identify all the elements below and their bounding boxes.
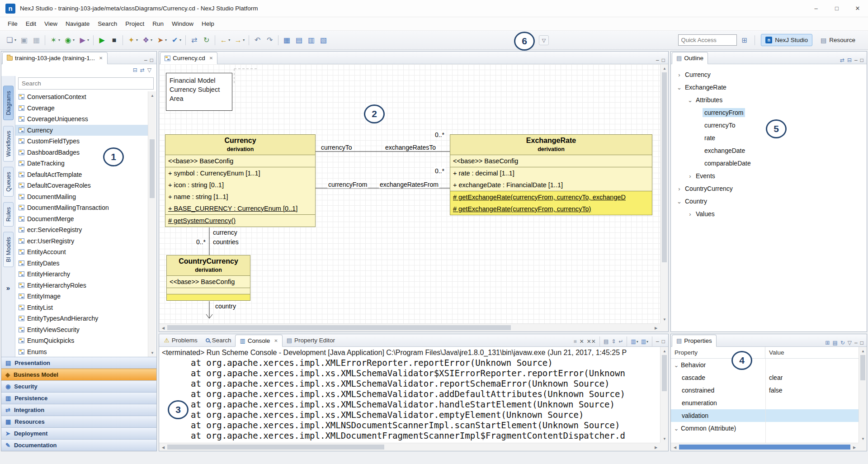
close-tab-icon[interactable]: ✕ bbox=[99, 56, 103, 61]
debug-icon[interactable]: ✶▾ bbox=[48, 34, 61, 47]
maximize-view-icon[interactable]: □ bbox=[149, 57, 154, 64]
terminate-icon[interactable]: ■ bbox=[108, 34, 120, 47]
scroll-left-icon[interactable]: ◀ bbox=[671, 443, 679, 451]
toolbar-overflow-button[interactable]: ▽ bbox=[539, 35, 549, 45]
class-operation[interactable]: # getExchangeRate(currencyFrom, currency… bbox=[450, 203, 652, 215]
perspective-resource[interactable]: ▤ Resource bbox=[816, 34, 860, 46]
diagram-canvas[interactable]: Financial Model Currency Subject Area Cu… bbox=[159, 64, 660, 323]
filter-icon[interactable]: ▤ bbox=[831, 339, 838, 346]
model-list-item[interactable]: Currency bbox=[15, 125, 156, 136]
scrollbar-thumb[interactable] bbox=[662, 355, 667, 391]
assoc-label-currencyfrom[interactable]: currencyFrom bbox=[327, 181, 368, 188]
class-attribute[interactable]: + rate : decimal [1..1] bbox=[450, 167, 652, 179]
model-search-input[interactable] bbox=[18, 77, 154, 90]
menu-view[interactable]: View bbox=[40, 17, 61, 30]
multiplicity-label[interactable]: 0..* bbox=[434, 131, 445, 138]
save-all-icon[interactable]: ▦ bbox=[31, 34, 42, 47]
link-with-editor-icon[interactable]: ⇄ bbox=[839, 57, 845, 64]
scroll-up-icon[interactable]: ▲ bbox=[148, 91, 156, 99]
properties-horizontal-scrollbar[interactable]: ◀ ▶ bbox=[671, 443, 859, 451]
layer-tab-workflows[interactable]: Workflows bbox=[3, 126, 14, 161]
property-row[interactable]: constrainedfalse bbox=[671, 384, 859, 397]
model-list-item[interactable]: Coverage bbox=[15, 103, 156, 114]
collapse-all-icon[interactable]: ⊟ bbox=[132, 66, 138, 74]
scrollbar-thumb[interactable] bbox=[679, 445, 850, 450]
outline-item[interactable]: ⌄Attributes bbox=[671, 94, 867, 106]
tab-properties[interactable]: ▤ Properties bbox=[672, 335, 717, 347]
model-list-item[interactable]: EntityTypesAndHierarchy bbox=[15, 313, 156, 324]
scrollbar-thumb[interactable] bbox=[150, 139, 155, 198]
minimize-window-button[interactable]: – bbox=[806, 0, 826, 17]
publish-icon[interactable]: ➤▾ bbox=[155, 34, 168, 47]
menu-navigate[interactable]: Navigate bbox=[61, 17, 94, 30]
save-icon[interactable]: ▣ bbox=[19, 34, 30, 47]
multiplicity-label[interactable]: 0..* bbox=[434, 167, 445, 175]
model-list-item[interactable]: EntityViewSecurity bbox=[15, 324, 156, 336]
scroll-up-icon[interactable]: ▲ bbox=[660, 347, 669, 355]
scroll-left-icon[interactable]: ◀ bbox=[159, 443, 167, 451]
layer-section-business-model[interactable]: ◆Business Model bbox=[1, 369, 156, 380]
menu-window[interactable]: Window bbox=[168, 17, 198, 30]
maximize-window-button[interactable]: □ bbox=[826, 0, 847, 17]
outline-item[interactable]: ⌄Country bbox=[671, 195, 867, 208]
model-list-item[interactable]: EntityList bbox=[15, 302, 156, 313]
minimize-view-icon[interactable]: – bbox=[854, 57, 859, 64]
word-wrap-icon[interactable]: ↵ bbox=[618, 338, 624, 345]
tab-search[interactable]: Search bbox=[202, 334, 236, 346]
new-class-icon[interactable]: ❖▾ bbox=[140, 34, 154, 47]
external-tools-icon[interactable]: ▶▾ bbox=[77, 34, 90, 47]
scroll-left-icon[interactable]: ◀ bbox=[159, 324, 167, 332]
class-operation[interactable]: # getSystemCurrency() bbox=[165, 215, 315, 227]
menu-run[interactable]: Run bbox=[148, 17, 168, 30]
outline-item[interactable]: exchangeDate bbox=[671, 144, 867, 157]
menu-file[interactable]: File bbox=[4, 17, 22, 30]
layer-section-security[interactable]: ◉Security bbox=[1, 380, 156, 392]
class-attribute[interactable]: + icon : string [0..1] bbox=[165, 179, 315, 191]
assoc-label-exchangeratesto[interactable]: exchangeRatesTo bbox=[384, 144, 437, 151]
close-window-button[interactable]: ✕ bbox=[847, 0, 868, 17]
minimize-view-icon[interactable]: – bbox=[655, 338, 660, 345]
open-console-icon[interactable]: ▥▾ bbox=[640, 338, 649, 345]
model-list-item[interactable]: EntityAccount bbox=[15, 246, 156, 258]
assoc-label-exchangeratesfrom[interactable]: exchangeRatesFrom bbox=[379, 181, 439, 188]
console-vertical-scrollbar[interactable]: ▲ ▼ bbox=[660, 347, 668, 443]
tab-console[interactable]: ▥ Console ✕ bbox=[235, 335, 282, 347]
model-list-item[interactable]: Enums bbox=[15, 346, 156, 357]
tab-model-explorer[interactable]: training-103-jade (training-1... ✕ bbox=[2, 52, 108, 64]
scroll-down-icon[interactable]: ▼ bbox=[660, 435, 669, 443]
model-list-item[interactable]: EnumQuickpicks bbox=[15, 335, 156, 346]
minimize-view-icon[interactable]: – bbox=[143, 57, 148, 64]
scroll-lock-icon[interactable]: ⇕ bbox=[610, 338, 617, 345]
perspective-nexj-studio[interactable]: n NexJ Studio bbox=[761, 34, 812, 46]
model-list-item[interactable]: DefaultCoverageRoles bbox=[15, 180, 156, 191]
close-tab-icon[interactable]: ✕ bbox=[274, 338, 278, 343]
model-list-item[interactable]: EntityHierarchyRoles bbox=[15, 280, 156, 291]
scrollbar-thumb[interactable] bbox=[662, 72, 667, 262]
undo-icon[interactable]: ↶ bbox=[252, 34, 263, 47]
chart-view-icon[interactable]: ▧ bbox=[318, 34, 329, 47]
menu-help[interactable]: Help bbox=[198, 17, 218, 30]
layer-section-persistence[interactable]: ▥Persistence bbox=[1, 392, 156, 404]
class-operation[interactable]: # getExchangeRate(currencyFrom, currency… bbox=[450, 191, 652, 203]
outline-item[interactable]: comparableDate bbox=[671, 157, 867, 170]
tab-problems[interactable]: ⚠ Problems bbox=[160, 334, 202, 346]
maximize-view-icon[interactable]: □ bbox=[661, 338, 666, 345]
class-attribute[interactable]: + name : string [1..1] bbox=[165, 191, 315, 203]
grid-view-icon[interactable]: ▥ bbox=[306, 34, 317, 47]
diagram-note[interactable]: Financial Model Currency Subject Area bbox=[166, 73, 232, 111]
collapse-all-icon[interactable]: ⊟ bbox=[846, 57, 853, 64]
refresh-icon[interactable]: ↻ bbox=[201, 34, 212, 47]
scroll-right-icon[interactable]: ▶ bbox=[850, 443, 859, 451]
model-list-item[interactable]: EntityImage bbox=[15, 291, 156, 302]
properties-vertical-scrollbar[interactable]: ▲ ▼ bbox=[859, 347, 867, 443]
scroll-down-icon[interactable]: ▼ bbox=[859, 435, 867, 443]
tab-outline[interactable]: ▤ Outline bbox=[672, 52, 708, 64]
model-list-item[interactable]: CustomFieldTypes bbox=[15, 136, 156, 147]
scroll-down-icon[interactable]: ▼ bbox=[148, 349, 156, 357]
model-list-item[interactable]: EntityHierarchy bbox=[15, 269, 156, 280]
assoc-label-currencyto[interactable]: currencyTo bbox=[320, 144, 353, 151]
table-import-icon[interactable]: ▤ bbox=[293, 34, 305, 47]
maximize-view-icon[interactable]: □ bbox=[859, 339, 864, 346]
model-list-item[interactable]: DashboardBadges bbox=[15, 147, 156, 158]
minimize-view-icon[interactable]: – bbox=[655, 57, 660, 64]
